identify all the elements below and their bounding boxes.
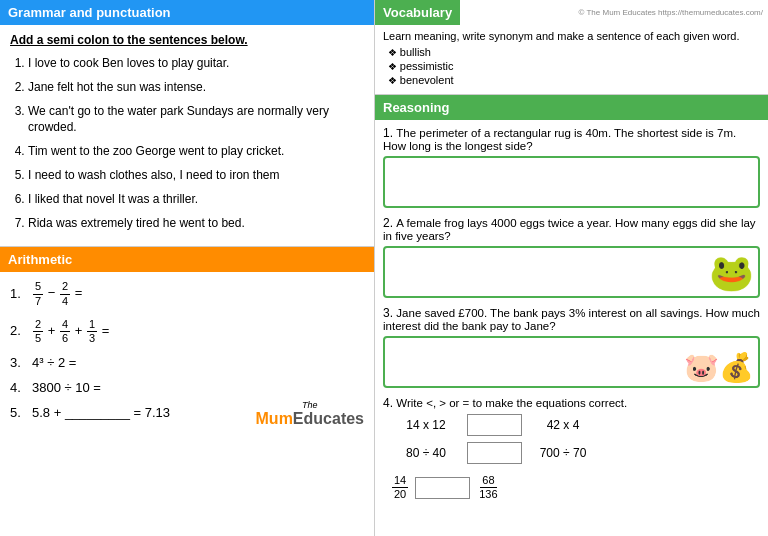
page-wrapper: Grammar and punctuation Add a semi colon… xyxy=(0,0,768,536)
list-item: 2. A female frog lays 4000 eggs twice a … xyxy=(383,216,760,298)
compare-input-2[interactable] xyxy=(467,442,522,464)
list-item: 1. The perimeter of a rectangular rug is… xyxy=(383,126,760,208)
answer-box-1[interactable] xyxy=(383,156,760,208)
reasoning-title: Reasoning xyxy=(383,100,449,115)
question-text: Write <, > or = to make the equations co… xyxy=(396,397,627,409)
grammar-section: Grammar and punctuation Add a semi colon… xyxy=(0,0,374,246)
compare-left: 80 ÷ 40 xyxy=(391,446,461,460)
item-num: 2. xyxy=(10,323,28,338)
fraction-row: 14 20 68 136 xyxy=(391,474,752,501)
list-item: 1. 5 7 − 2 4 = xyxy=(10,280,364,307)
question-text: A female frog lays 4000 eggs twice a yea… xyxy=(383,217,756,242)
compare-right: 42 x 4 xyxy=(528,418,598,432)
fraction-expr: 5 7 − 2 4 = xyxy=(32,280,82,307)
arithmetic-text: 4³ ÷ 2 = xyxy=(32,355,76,370)
list-item: bullish xyxy=(388,46,760,58)
list-item: benevolent xyxy=(388,74,760,86)
reasoning-body: 1. The perimeter of a rectangular rug is… xyxy=(375,120,768,519)
list-item: Rida was extremely tired he went to bed. xyxy=(28,215,364,232)
item-num: 4. xyxy=(10,380,28,395)
logo-main: MumEducates xyxy=(256,410,364,428)
grammar-header: Grammar and punctuation xyxy=(0,0,374,25)
compare-right: 700 ÷ 70 xyxy=(528,446,598,460)
fraction-right: 68 136 xyxy=(477,474,499,501)
fraction: 4 6 xyxy=(60,318,70,345)
grammar-list: I love to cook Ben loves to play guitar.… xyxy=(10,55,364,231)
question-text: The perimeter of a rectangular rug is 40… xyxy=(383,127,736,152)
compare-left: 14 x 12 xyxy=(391,418,461,432)
compare-input-1[interactable] xyxy=(467,414,522,436)
list-item: Jane felt hot the sun was intense. xyxy=(28,79,364,96)
compare-input-3[interactable] xyxy=(415,477,470,499)
arithmetic-title: Arithmetic xyxy=(8,252,72,267)
fraction: 1 3 xyxy=(87,318,97,345)
vocab-header-row: Vocabulary © The Mum Educates https://th… xyxy=(375,0,768,25)
item-num: 1. xyxy=(10,286,28,301)
list-item: Tim went to the zoo George went to play … xyxy=(28,143,364,160)
list-item: 2. 2 5 + 4 6 + xyxy=(10,318,364,345)
reasoning-header: Reasoning xyxy=(375,95,768,120)
list-item: We can't go to the water park Sundays ar… xyxy=(28,103,364,137)
item-num: 5. xyxy=(10,405,28,420)
arithmetic-body: 1. 5 7 − 2 4 = xyxy=(0,272,374,438)
logo-the: The xyxy=(256,400,364,410)
left-column: Grammar and punctuation Add a semi colon… xyxy=(0,0,375,536)
list-item: I need to wash clothes also, I need to i… xyxy=(28,167,364,184)
compare-rows: 14 x 12 42 x 4 80 ÷ 40 700 ÷ 70 xyxy=(391,414,752,501)
answer-box-3[interactable]: 🐷💰 xyxy=(383,336,760,388)
fraction-left: 14 20 xyxy=(392,474,408,501)
logo-mum: Mum xyxy=(256,410,293,427)
list-item: I love to cook Ben loves to play guitar. xyxy=(28,55,364,72)
grammar-title: Grammar and punctuation xyxy=(8,5,171,20)
list-item: 3. 4³ ÷ 2 = xyxy=(10,355,364,370)
vocab-header: Vocabulary xyxy=(375,0,460,25)
fraction: 2 4 xyxy=(60,280,70,307)
vocab-list: bullish pessimistic benevolent xyxy=(383,46,760,86)
list-item: 3. Jane saved £700. The bank pays 3% int… xyxy=(383,306,760,388)
arithmetic-text: 5.8 + _________ = 7.13 xyxy=(32,405,170,420)
frog-icon: 🐸 xyxy=(709,252,754,294)
fraction-expr: 2 5 + 4 6 + 1 3 xyxy=(32,318,109,345)
arithmetic-text: 3800 ÷ 10 = xyxy=(32,380,101,395)
compare-section: 14 x 12 42 x 4 80 ÷ 40 700 ÷ 70 xyxy=(383,410,760,505)
arithmetic-section: Arithmetic 1. 5 7 − 2 xyxy=(0,246,374,438)
vocab-section: Vocabulary © The Mum Educates https://th… xyxy=(375,0,768,95)
answer-box-2[interactable]: 🐸 xyxy=(383,246,760,298)
vocab-body: Learn meaning, write synonym and make a … xyxy=(375,25,768,94)
fraction: 2 5 xyxy=(33,318,43,345)
grammar-body: Add a semi colon to the sentences below.… xyxy=(0,25,374,246)
list-item: pessimistic xyxy=(388,60,760,72)
arithmetic-header: Arithmetic xyxy=(0,247,374,272)
compare-row: 80 ÷ 40 700 ÷ 70 xyxy=(391,442,752,464)
fraction: 5 7 xyxy=(33,280,43,307)
reasoning-list: 1. The perimeter of a rectangular rug is… xyxy=(383,126,760,505)
reasoning-section: Reasoning 1. The perimeter of a rectangu… xyxy=(375,95,768,536)
list-item: I liked that novel It was a thriller. xyxy=(28,191,364,208)
logo: The MumEducates xyxy=(256,400,364,428)
item-num: 3. xyxy=(10,355,28,370)
vocab-title: Vocabulary xyxy=(383,5,452,20)
piggy-icon: 🐷💰 xyxy=(684,351,754,384)
list-item: 4. Write <, > or = to make the equations… xyxy=(383,396,760,505)
copyright: © The Mum Educates https://themumeducate… xyxy=(579,8,769,17)
grammar-instruction: Add a semi colon to the sentences below. xyxy=(10,33,364,47)
vocab-instruction: Learn meaning, write synonym and make a … xyxy=(383,30,760,42)
question-text: Jane saved £700. The bank pays 3% intere… xyxy=(383,307,760,332)
compare-row: 14 x 12 42 x 4 xyxy=(391,414,752,436)
list-item: 4. 3800 ÷ 10 = xyxy=(10,380,364,395)
right-column: Vocabulary © The Mum Educates https://th… xyxy=(375,0,768,536)
